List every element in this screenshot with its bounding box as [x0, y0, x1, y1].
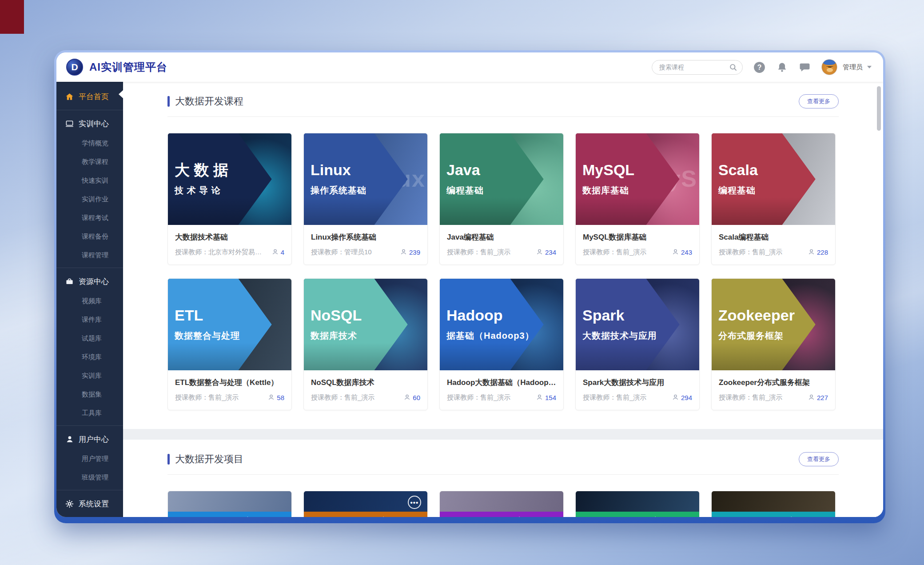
sidebar-item-label: 平台首页 — [79, 92, 109, 102]
cover-title: Spark — [582, 308, 699, 323]
project-card[interactable]: 大数据开发案例 — [575, 491, 700, 517]
course-enroll-count: 239 — [409, 248, 420, 256]
course-title: NoSQL数据库技术 — [311, 377, 420, 388]
section-divider — [167, 116, 839, 117]
user-name[interactable]: 管理员 — [843, 63, 863, 72]
course-enrollment: 294 — [672, 394, 692, 402]
sidebar-subitem-resource-center-2[interactable]: 试题库 — [56, 329, 123, 348]
course-card[interactable]: 大 数 据技 术 导 论大数据技术基础授课教师：北京市对外贸易学校教...4 — [167, 133, 292, 265]
course-teacher: 授课教师：售前_演示 — [447, 248, 536, 256]
sidebar-subitem-resource-center-4[interactable]: 实训库 — [56, 366, 123, 385]
course-meta: 授课教师：售前_演示243 — [583, 248, 692, 256]
course-teacher: 授课教师：售前_演示 — [583, 393, 672, 402]
cover-text: Java编程基础 — [440, 133, 563, 225]
sidebar-subitem-user-center-0[interactable]: 用户管理 — [56, 449, 123, 468]
project-card[interactable]: 大数据开发案例 — [439, 491, 564, 517]
person-icon — [672, 248, 679, 256]
app-header: D AI实训管理平台 ? — [56, 52, 883, 82]
course-card[interactable]: NoSQL数据库技术NoSQL数据库技术授课教师：售前_演示60 — [303, 278, 428, 410]
sidebar-subitem-training-center-2[interactable]: 快速实训 — [56, 171, 123, 190]
course-title: Linux操作系统基础 — [311, 232, 420, 242]
sidebar-subitem-resource-center-3[interactable]: 环境库 — [56, 348, 123, 366]
sidebar-subitem-training-center-0[interactable]: 学情概览 — [56, 134, 123, 152]
cover-subtitle: 据基础（Hadoop3） — [446, 330, 563, 342]
cover-text: 大 数 据技 术 导 论 — [168, 133, 291, 225]
view-more-courses-button[interactable]: 查看更多 — [799, 94, 839, 108]
scrollbar-thumb[interactable] — [877, 86, 881, 131]
sidebar-subitem-training-center-1[interactable]: 教学课程 — [56, 152, 123, 171]
sidebar-subitem-resource-center-0[interactable]: 视频库 — [56, 292, 123, 310]
sidebar-subitem-resource-center-1[interactable]: 课件库 — [56, 310, 123, 329]
app-logo[interactable]: D — [66, 59, 83, 76]
course-teacher: 授课教师：售前_演示 — [447, 393, 536, 402]
cover-title: MySQL — [582, 162, 699, 177]
project-photo — [576, 491, 699, 512]
cover-text: Spark大数据技术与应用 — [576, 279, 699, 370]
course-card[interactable]: Scala编程基础Scala编程基础授课教师：售前_演示228 — [711, 133, 836, 265]
sidebar-subitem-training-center-5[interactable]: 课程备份 — [56, 227, 123, 246]
project-banner-label: 大数据开发案例 — [741, 516, 806, 517]
search-icon[interactable] — [729, 63, 737, 73]
sidebar-item-training-center[interactable]: 实训中心 — [56, 113, 123, 134]
course-cover: NoSQL数据库技术 — [304, 279, 427, 370]
course-enrollment: 228 — [808, 248, 828, 256]
sidebar-subitem-user-center-1[interactable]: 班级管理 — [56, 468, 123, 487]
course-enroll-count: 154 — [545, 394, 556, 401]
sidebar-subitem-training-center-3[interactable]: 实训作业 — [56, 190, 123, 208]
course-enrollment: 243 — [672, 248, 692, 256]
sidebar-item-resource-center[interactable]: 资源中心 — [56, 271, 123, 292]
ellipsis-icon: ••• — [408, 496, 421, 509]
course-meta: 授课教师：售前_演示60 — [311, 393, 420, 402]
course-cover: Hadoop据基础（Hadoop3） — [440, 279, 563, 370]
course-teacher: 授课教师：北京市对外贸易学校教... — [175, 248, 272, 256]
course-info: 大数据技术基础授课教师：北京市对外贸易学校教...4 — [168, 225, 291, 264]
cover-subtitle: 数据库技术 — [311, 330, 427, 342]
sidebar-subitem-resource-center-5[interactable]: 数据集 — [56, 385, 123, 404]
chevron-down-icon[interactable] — [867, 66, 872, 68]
course-info: NoSQL数据库技术授课教师：售前_演示60 — [304, 370, 427, 410]
course-card[interactable]: Java编程基础Java编程基础授课教师：售前_演示234 — [439, 133, 564, 265]
course-info: Zookeeper分布式服务框架授课教师：售前_演示227 — [712, 370, 835, 410]
course-card[interactable]: ETL数据整合与处理ETL数据整合与处理（Kettle）授课教师：售前_演示58 — [167, 278, 292, 410]
cover-title: 大 数 据 — [175, 162, 291, 177]
cover-subtitle: 操作系统基础 — [311, 184, 427, 196]
course-cover: Spark大数据技术与应用 — [576, 279, 699, 370]
app-title: AI实训管理平台 — [89, 60, 167, 74]
notifications-bell-icon[interactable] — [776, 61, 788, 73]
messages-icon[interactable] — [799, 61, 811, 73]
course-card[interactable]: Spark大数据技术与应用Spark大数据技术与应用授课教师：售前_演示294 — [575, 278, 700, 410]
course-info: ETL数据整合与处理（Kettle）授课教师：售前_演示58 — [168, 370, 291, 410]
sidebar-subitem-resource-center-6[interactable]: 工具库 — [56, 404, 123, 422]
sidebar-divider — [56, 425, 123, 426]
course-enroll-count: 294 — [681, 394, 692, 401]
course-cover: 大 数 据技 术 导 论 — [168, 133, 291, 225]
cover-text: NoSQL数据库技术 — [304, 279, 427, 370]
avatar[interactable] — [821, 59, 837, 75]
project-banner: 大数据开发案例 — [576, 512, 699, 517]
section-courses: 大数据开发课程 查看更多 大 数 据技 术 导 论大数据技术基础授课教师：北京市… — [123, 82, 883, 429]
project-card[interactable]: •••大数据开发案例 — [303, 491, 428, 517]
sidebar-item-user-center[interactable]: 用户中心 — [56, 429, 123, 449]
project-card[interactable]: 大数据开发案例 — [711, 491, 836, 517]
course-enroll-count: 228 — [817, 248, 828, 256]
course-info: Linux操作系统基础授课教师：管理员10239 — [304, 225, 427, 264]
view-more-projects-button[interactable]: 查看更多 — [799, 452, 839, 466]
cover-title: Scala — [718, 162, 835, 177]
sidebar-item-system-settings[interactable]: 系统设置 — [56, 493, 123, 514]
help-icon[interactable]: ? — [753, 61, 765, 73]
course-title: MySQL数据库基础 — [583, 232, 692, 242]
course-title: Spark大数据技术与应用 — [583, 377, 692, 388]
section-accent-bar — [167, 96, 170, 107]
cover-subtitle: 数据整合与处理 — [175, 330, 291, 342]
sidebar-subitem-training-center-4[interactable]: 课程考试 — [56, 208, 123, 227]
course-card[interactable]: inuxLinux操作系统基础Linux操作系统基础授课教师：管理员10239 — [303, 133, 428, 265]
project-card[interactable]: 大数据开发案例 — [167, 491, 292, 517]
project-banner-label: 大数据开发案例 — [605, 516, 670, 517]
course-teacher: 授课教师：售前_演示 — [175, 393, 268, 402]
course-card[interactable]: Hadoop据基础（Hadoop3）Hadoop大数据基础（Hadoop3）授课… — [439, 278, 564, 410]
course-card[interactable]: MySMySQL数据库基础MySQL数据库基础授课教师：售前_演示243 — [575, 133, 700, 265]
sidebar-subitem-training-center-6[interactable]: 课程管理 — [56, 246, 123, 264]
course-card[interactable]: Zookeeper分布式服务框架Zookeeper分布式服务框架授课教师：售前_… — [711, 278, 836, 410]
sidebar-item-home[interactable]: 平台首页 — [56, 86, 123, 107]
person-icon — [536, 248, 543, 256]
